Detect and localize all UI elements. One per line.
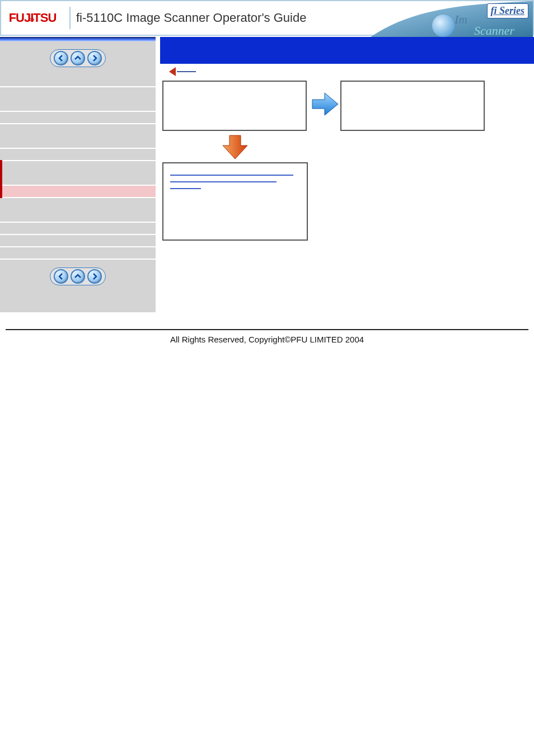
nav-next-button-bottom[interactable]	[87, 269, 102, 284]
flow-box-a	[162, 81, 307, 131]
flow-row	[160, 78, 534, 133]
copyright-text: All Rights Reserved, Copyright©PFU LIMIT…	[0, 335, 534, 344]
sidebar-item-4[interactable]	[0, 124, 156, 149]
sidebar-item-10[interactable]	[0, 235, 156, 247]
arrow-right-icon	[308, 88, 339, 120]
link-line-2[interactable]	[170, 181, 277, 182]
app-header: ∞ FUJITSU fi-5110C Image Scanner Operato…	[0, 0, 534, 36]
svg-text:Im: Im	[454, 12, 467, 26]
sidebar	[0, 37, 156, 312]
fi-series-badge: fi Series	[487, 3, 529, 18]
nav-next-button[interactable]	[87, 51, 102, 65]
sidebar-item-7-active[interactable]	[0, 186, 156, 198]
link-line-1[interactable]	[170, 175, 293, 176]
footer-divider	[6, 329, 528, 330]
sidebar-item-5[interactable]	[0, 149, 156, 161]
sidebar-item-9[interactable]	[0, 223, 156, 235]
nav-bottom	[0, 260, 156, 293]
header-art: Im Scanner fi Series	[371, 1, 533, 35]
back-triangle-icon	[169, 67, 176, 76]
header-divider	[69, 7, 71, 29]
sidebar-item-3[interactable]	[0, 112, 156, 124]
nav-up-button-bottom[interactable]	[71, 269, 85, 284]
nav-prev-button-bottom[interactable]	[54, 269, 68, 284]
nav-prev-button[interactable]	[54, 51, 68, 65]
sidebar-item-2[interactable]	[0, 87, 156, 112]
main-content	[156, 37, 534, 312]
scanner-word: Scanner	[474, 24, 515, 37]
sidebar-item-8[interactable]	[0, 198, 156, 223]
back-link[interactable]	[169, 67, 534, 76]
sidebar-item-6[interactable]	[0, 161, 156, 186]
body	[0, 36, 534, 312]
link-line-3[interactable]	[170, 188, 201, 189]
sidebar-list	[0, 75, 156, 260]
flow-box-b	[340, 81, 485, 131]
section-heading-bar	[160, 37, 534, 64]
sidebar-item-1[interactable]	[0, 75, 156, 87]
page-title: fi-5110C Image Scanner Operator's Guide	[76, 11, 306, 25]
arrow-down-icon	[162, 133, 308, 160]
logo-infinity-icon: ∞	[29, 15, 34, 24]
back-line-icon	[177, 71, 196, 72]
nav-top	[0, 41, 156, 75]
flow-box-c	[162, 162, 308, 241]
nav-up-button[interactable]	[71, 51, 85, 65]
sidebar-item-11[interactable]	[0, 247, 156, 260]
sidebar-top-bar	[0, 37, 156, 41]
svg-point-0	[432, 15, 455, 37]
sidebar-bottom-pad	[0, 293, 156, 312]
fujitsu-logo: ∞ FUJITSU	[1, 11, 64, 25]
